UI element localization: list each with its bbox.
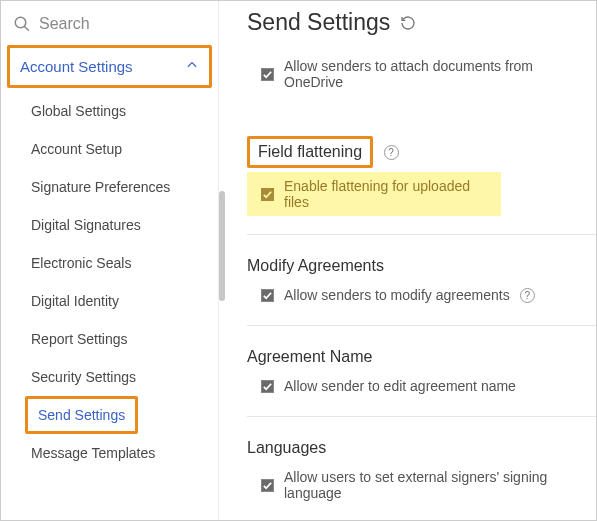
checkbox-enable-flattening[interactable]: [261, 188, 274, 201]
nav-section-label: Account Settings: [20, 58, 133, 75]
svg-line-1: [24, 26, 29, 31]
sidebar-item-digital-signatures[interactable]: Digital Signatures: [7, 206, 212, 244]
nav-list: Global Settings Account Setup Signature …: [7, 92, 212, 472]
divider: [247, 416, 596, 417]
refresh-icon[interactable]: [400, 15, 416, 31]
divider: [247, 325, 596, 326]
search-row: [7, 9, 212, 43]
section-title-agreement-name: Agreement Name: [247, 348, 596, 366]
sidebar: Account Settings Global Settings Account…: [1, 1, 219, 520]
page-title-text: Send Settings: [247, 9, 390, 36]
row-onedrive-label: Allow senders to attach documents from O…: [284, 58, 596, 90]
scrollbar-thumb[interactable]: [219, 191, 225, 301]
main-content: Send Settings Allow senders to attach do…: [219, 1, 596, 520]
section-title-languages: Languages: [247, 439, 596, 457]
row-enable-flattening-label: Enable flattening for uploaded files: [284, 178, 491, 210]
row-enable-flattening: Enable flattening for uploaded files: [247, 172, 501, 216]
row-modify-agreements-label: Allow senders to modify agreements: [284, 287, 510, 303]
sidebar-item-security-settings[interactable]: Security Settings: [7, 358, 212, 396]
help-icon[interactable]: ?: [520, 288, 535, 303]
section-title-text: Languages: [247, 439, 326, 457]
chevron-up-icon: [185, 58, 199, 75]
sidebar-item-account-setup[interactable]: Account Setup: [7, 130, 212, 168]
row-languages-label: Allow users to set external signers' sig…: [284, 469, 596, 501]
row-agreement-name: Allow sender to edit agreement name: [247, 374, 596, 398]
search-input[interactable]: [39, 15, 204, 33]
checkbox-modify-agreements[interactable]: [261, 289, 274, 302]
divider: [247, 234, 596, 235]
svg-point-0: [15, 17, 26, 28]
row-languages: Allow users to set external signers' sig…: [247, 465, 596, 505]
checkbox-languages[interactable]: [261, 479, 274, 492]
sidebar-item-report-settings[interactable]: Report Settings: [7, 320, 212, 358]
section-title-text: Agreement Name: [247, 348, 372, 366]
sidebar-item-global-settings[interactable]: Global Settings: [7, 92, 212, 130]
sidebar-item-signature-preferences[interactable]: Signature Preferences: [7, 168, 212, 206]
row-modify-agreements: Allow senders to modify agreements ?: [247, 283, 596, 307]
row-onedrive: Allow senders to attach documents from O…: [247, 54, 596, 94]
sidebar-item-digital-identity[interactable]: Digital Identity: [7, 282, 212, 320]
checkbox-agreement-name[interactable]: [261, 380, 274, 393]
section-title-field-flattening: Field flattening: [247, 136, 373, 168]
section-title-text: Field flattening: [258, 143, 362, 161]
search-icon: [13, 15, 31, 33]
section-title-text: Modify Agreements: [247, 257, 384, 275]
page-title: Send Settings: [247, 9, 596, 36]
nav-section-account-settings[interactable]: Account Settings: [7, 45, 212, 88]
sidebar-item-send-settings[interactable]: Send Settings: [25, 396, 138, 434]
sidebar-item-message-templates[interactable]: Message Templates: [7, 434, 212, 472]
help-icon[interactable]: ?: [384, 145, 399, 160]
section-title-modify-agreements: Modify Agreements: [247, 257, 596, 275]
sidebar-item-electronic-seals[interactable]: Electronic Seals: [7, 244, 212, 282]
row-agreement-name-label: Allow sender to edit agreement name: [284, 378, 516, 394]
checkbox-onedrive[interactable]: [261, 68, 274, 81]
